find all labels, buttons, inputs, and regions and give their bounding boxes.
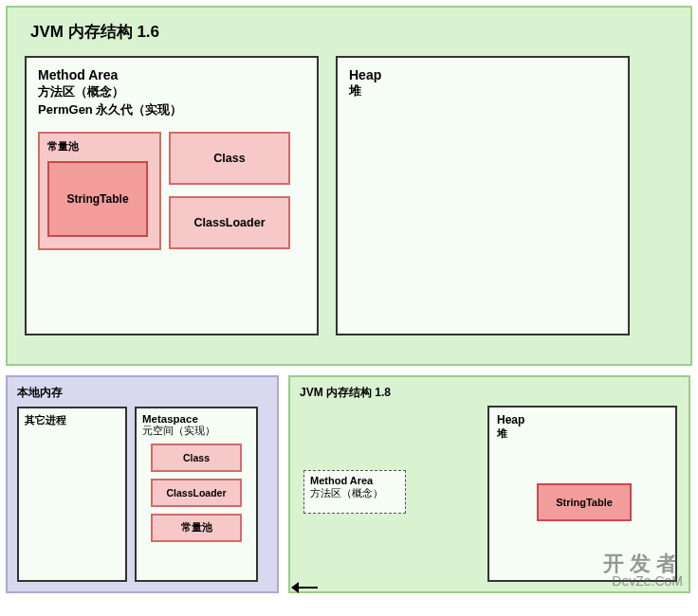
method-area-sub1: 方法区（概念） <box>38 83 305 100</box>
heap-18: Heap 堆 StringTable <box>487 406 677 582</box>
local-memory-title: 本地内存 <box>17 385 267 401</box>
jvm-18-panel: JVM 内存结构 1.8 Method Area 方法区（概念） Heap 堆 … <box>288 375 690 593</box>
method-area-sub2: PermGen 永久代（实现） <box>38 101 305 118</box>
string-table-16: StringTable <box>47 161 148 237</box>
class-column: Class ClassLoader <box>169 132 290 250</box>
heap-16: Heap 堆 <box>336 56 630 335</box>
heap-18-sub: 堆 <box>497 426 668 441</box>
local-memory-row: 其它进程 Metaspace 元空间（实现） Class ClassLoader… <box>17 407 267 582</box>
method-area-18-line1: Method Area <box>310 475 399 486</box>
constant-pool-label: 常量池 <box>47 139 152 154</box>
bottom-row: 本地内存 其它进程 Metaspace 元空间（实现） Class ClassL… <box>6 375 692 593</box>
method-area-18: Method Area 方法区（概念） <box>303 470 406 514</box>
metaspace-sub: 元空间（实现） <box>142 425 250 438</box>
method-area-16: Method Area 方法区（概念） PermGen 永久代（实现） 常量池 … <box>25 56 319 335</box>
method-area-18-line2: 方法区（概念） <box>310 486 399 500</box>
jvm-16-content-row: Method Area 方法区（概念） PermGen 永久代（实现） 常量池 … <box>25 56 673 335</box>
jvm-18-title: JVM 内存结构 1.8 <box>300 385 679 401</box>
heap-18-title: Heap <box>497 413 668 426</box>
heap-16-sub: 堆 <box>349 82 616 100</box>
jvm-16-panel: JVM 内存结构 1.6 Method Area 方法区（概念） PermGen… <box>6 6 692 366</box>
string-table-18: StringTable <box>537 483 632 521</box>
classloader-box-16: ClassLoader <box>169 196 290 249</box>
metaspace-title: Metaspace <box>142 413 250 425</box>
jvm-16-title: JVM 内存结构 1.6 <box>30 21 673 43</box>
metaspace-constpool-box: 常量池 <box>151 514 242 542</box>
method-area-title: Method Area <box>38 67 305 82</box>
metaspace-classloader-box: ClassLoader <box>151 479 242 507</box>
local-memory-panel: 本地内存 其它进程 Metaspace 元空间（实现） Class ClassL… <box>6 375 279 593</box>
metaspace-class-box: Class <box>151 444 242 472</box>
method-area-inner: 常量池 StringTable Class ClassLoader <box>38 132 305 250</box>
heap-16-title: Heap <box>349 67 616 82</box>
metaspace-boxes: Class ClassLoader 常量池 <box>142 444 250 542</box>
arrow-icon <box>291 581 318 594</box>
other-process-title: 其它进程 <box>25 413 119 427</box>
other-process-box: 其它进程 <box>17 407 127 582</box>
constant-pool-16: 常量池 StringTable <box>38 132 161 250</box>
class-box-16: Class <box>169 132 290 185</box>
metaspace-box: Metaspace 元空间（实现） Class ClassLoader 常量池 <box>135 407 258 582</box>
